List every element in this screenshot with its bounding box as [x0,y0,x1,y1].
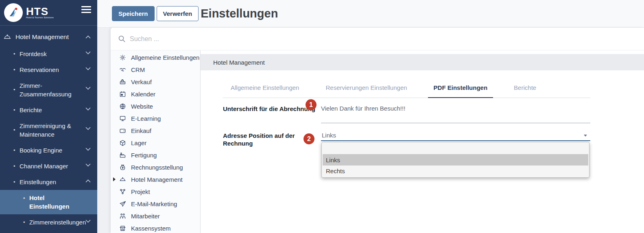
factory-icon [119,151,126,159]
logo-text: HTS [26,7,54,16]
sidebar-item-zimmereinstellungen[interactable]: • Zimmereinstellungen [0,214,97,230]
hamburger-menu-icon[interactable] [81,6,91,14]
chevron-up-icon [85,179,91,183]
settings-menu: Allgemeine Einstellungen CRM Verkauf Kal… [111,50,201,233]
menu-item-hotel-management[interactable]: Hotel Management [111,173,200,185]
sidebar-logo-row: HTS Hotel & Tourism Solutions [0,0,97,26]
menu-item-mitarbeiter[interactable]: Mitarbeiter [111,210,200,222]
discard-button[interactable]: Verwerfen [157,6,199,21]
hts-logo [4,3,23,22]
sidebar-item-berichte[interactable]: • Berichte [0,102,97,118]
main-area: Speichern Verwerfen Einstellungen Allge [97,0,644,233]
handshake-icon [119,66,126,73]
money-bag-icon [119,163,126,171]
chevron-down-icon [85,87,91,90]
annotation-badge-1: 1 [306,99,317,110]
section-title: Hotel Management [213,59,265,66]
sidebar-item-zimmerreinigung-maintenance[interactable]: • Zimmerreinigung & Maintenance [0,118,97,142]
topbar: Speichern Verwerfen Einstellungen [97,0,644,28]
sidebar-item-booking-engine[interactable]: • Booking Engine [0,142,97,158]
tab-reservierungen-einstellungen[interactable]: Reservierungen Einstellungen [320,81,413,98]
sidebar-section-label: Hotel Management [15,33,69,41]
app-window: HTS Hotel & Tourism Solutions Hotel Mana… [0,0,644,233]
page-title: Einstellungen [201,7,278,20]
cash-register-icon [119,78,126,85]
chevron-down-icon [85,51,91,54]
tab-berichte[interactable]: Berichte [508,81,542,98]
section-header: Hotel Management [201,54,644,70]
sidebar-section-hotel-management[interactable]: Hotel Management [0,28,97,46]
menu-item-projekt[interactable]: Projekt [111,185,200,198]
tab-allgemeine-einstellungen[interactable]: Allgemeine Einstellungen [225,81,305,98]
signature-input[interactable]: Vielen Dank für Ihren Besuch!!! [321,105,590,123]
sidebar: HTS Hotel & Tourism Solutions Hotel Mana… [0,0,97,233]
chevron-down-icon [85,220,91,223]
annotation-badge-2: 2 [303,133,314,144]
settings-panel: Allgemeine Einstellungen CRM Verkauf Kal… [111,28,644,233]
sidebar-nav: Hotel Management • Frontdesk • Reservati… [0,26,97,233]
address-position-dropdown: Links Rechts [321,142,589,178]
sidebar-item-reservierungen-einstellungen[interactable]: • Reservierungen Einstellungen [0,230,97,233]
cloche-icon [119,176,126,183]
chevron-down-icon [85,127,91,130]
cloche-icon [3,33,11,41]
chevron-down-icon [85,148,91,151]
logo-subtext: Hotel & Tourism Solutions [26,16,54,19]
search-bar [111,28,644,50]
dropdown-option-rechts[interactable]: Rechts [323,165,588,176]
gear-icon [119,54,126,61]
menu-item-kassensystem[interactable]: Kassensystem [111,222,200,233]
sidebar-item-frontdesk[interactable]: • Frontdesk [0,46,97,62]
menu-item-e-mail-marketing[interactable]: E-Mail-Marketing [111,198,200,210]
menu-item-website[interactable]: Website [111,100,200,112]
dropdown-caret-icon [584,135,587,137]
menu-item-lager[interactable]: Lager [111,137,200,149]
menu-item-verkauf[interactable]: Verkauf [111,76,200,88]
globe-icon [119,102,126,110]
content-area: Hotel Management Allgemeine Einstellunge… [201,50,644,233]
sidebar-item-reservationen[interactable]: • Reservationen [0,62,97,78]
menu-item-crm[interactable]: CRM [111,63,200,76]
dropdown-option-empty[interactable] [323,143,588,154]
cube-icon [119,139,126,146]
hts-logo-icon [7,7,20,19]
storefront-icon [119,224,126,232]
sidebar-item-channel-manager[interactable]: • Channel Manager [0,158,97,174]
menu-item-allgemeine-einstellungen[interactable]: Allgemeine Einstellungen [111,51,200,63]
network-icon [119,188,126,195]
sidebar-item-hotel-einstellungen[interactable]: • Hotel Einstellungen [0,190,97,214]
search-input[interactable] [130,35,252,43]
sidebar-item-einstellungen[interactable]: • Einstellungen [0,174,97,190]
chevron-down-icon [85,67,91,70]
menu-item-fertigung[interactable]: Fertigung [111,149,200,161]
chevron-down-icon [85,107,91,111]
pdf-settings-form: 1 2 Unterschrift für die Abrechnung Viel… [223,98,590,147]
chevron-down-icon [85,163,91,167]
people-icon [119,212,126,220]
chevron-up-icon [85,35,91,39]
wallet-icon [119,127,126,134]
menu-item-rechnungsstellung[interactable]: Rechnungsstellung [111,161,200,173]
dropdown-option-links[interactable]: Links [323,154,588,165]
menu-item-kalender[interactable]: Kalender [111,88,200,100]
menu-item-e-learning[interactable]: E-Learning [111,112,200,124]
paper-plane-icon [119,200,126,207]
tab-pdf-einstellungen[interactable]: PDF Einstellungen [428,81,493,98]
search-icon [118,35,126,43]
save-button[interactable]: Speichern [112,6,155,21]
menu-item-einkauf[interactable]: Einkauf [111,124,200,137]
tab-strip: Allgemeine Einstellungen Reservierungen … [223,81,590,98]
address-position-selected-value: Links [322,132,336,139]
address-position-select[interactable]: Links Links Rechts [321,131,590,141]
monitor-icon [119,115,126,122]
calendar-icon [119,90,126,98]
active-marker-triangle-icon [113,177,116,181]
sidebar-item-zimmer-zusammenfassung[interactable]: • Zimmer-Zusammenfassung [0,78,97,102]
